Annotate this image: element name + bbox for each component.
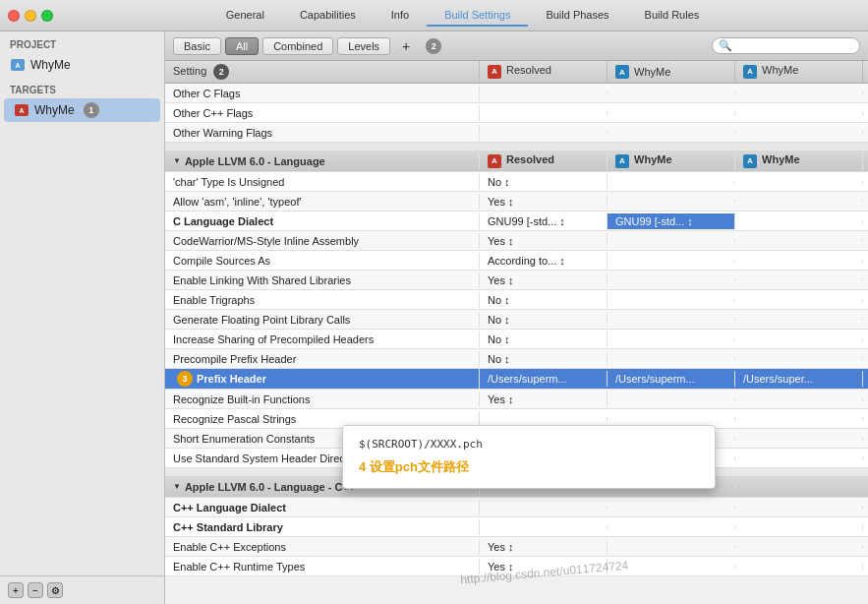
th-ios: iOS [863, 61, 868, 83]
table-container[interactable]: Setting 2 A Resolved A WhyMe A WhyMe iOS [165, 61, 868, 604]
cell-whyme2 [735, 131, 863, 135]
cell-resolved: No ↕ [480, 292, 608, 308]
table-row[interactable]: CodeWarrior/MS-Style Inline Assembly Yes… [165, 231, 868, 251]
cell-resolved: No ↕ [480, 332, 608, 347]
sidebar-item-project[interactable]: A WhyMe [0, 53, 164, 77]
cell-whyme2 [735, 337, 863, 341]
add-target-button[interactable]: + [8, 582, 24, 598]
tab-build-rules[interactable]: Build Rules [627, 5, 718, 27]
cell-whyme2 [735, 417, 863, 421]
levels-button[interactable]: Levels [337, 37, 390, 55]
cell-whyme2 [735, 298, 863, 302]
cell-setting: Enable Trigraphs [165, 292, 480, 308]
cell-setting: Enable C++ Exceptions [165, 539, 480, 555]
search-input[interactable] [735, 40, 853, 52]
cell-ios [863, 91, 868, 95]
table-row[interactable]: Other C Flags [165, 84, 868, 103]
cell-ios: No ↕ [863, 174, 868, 190]
cell-ios: No ↕ [863, 351, 868, 367]
table-row[interactable]: Generate Floating Point Library Calls No… [165, 310, 868, 330]
cell-whyme [608, 131, 735, 135]
cell-whyme [608, 180, 735, 184]
table-row[interactable]: Recognize Built-in Functions Yes ↕ Yes ↕ [165, 390, 868, 409]
table-row[interactable]: 'char' Type Is Unsigned No ↕ No ↕ [165, 172, 868, 192]
cell-resolved: Yes ↕ [480, 539, 608, 555]
prefix-header-row[interactable]: 3 Prefix Header /Users/superm... /Users/… [165, 369, 868, 390]
sidebar: PROJECT A WhyMe TARGETS A WhyMe 1 + − ⚙ [0, 31, 165, 604]
tab-info[interactable]: Info [374, 5, 427, 27]
cell-whyme2 [735, 545, 863, 549]
sub-toolbar: Basic All Combined Levels + 2 🔍 [165, 31, 868, 61]
cell-setting: C++ Standard Library [165, 519, 480, 535]
cell-whyme2 [735, 357, 863, 361]
popup-overlay: $(SRCROOT)/XXXX.pch 4 设置pch文件路径 [342, 425, 716, 489]
cell-whyme [608, 298, 735, 302]
cell-whyme2 [735, 565, 863, 569]
table-row[interactable]: Enable C++ Exceptions Yes ↕ Yes ↕ [165, 537, 868, 557]
cell-setting: C++ Language Dialect [165, 500, 480, 515]
cell-ios: No ↕ [863, 332, 868, 347]
cell-setting: Enable C++ Runtime Types [165, 559, 480, 574]
sh-whyme1: A WhyMe [608, 151, 735, 170]
table-row[interactable]: C++ Language Dialect Compil [165, 498, 868, 517]
popup-annotation: 4 设置pch文件路径 [359, 458, 699, 476]
cell-ios [863, 131, 868, 135]
table-row[interactable]: Other Warning Flags [165, 123, 868, 143]
cell-whyme [608, 111, 735, 115]
cell-resolved: Yes ↕ [480, 272, 608, 288]
config-target-button[interactable]: ⚙ [47, 582, 63, 598]
cell-whyme [608, 200, 735, 204]
cell-setting: Other C++ Flags [165, 105, 480, 121]
section-header-1[interactable]: ▼ Apple LLVM 6.0 - Language A Resolved A… [165, 151, 868, 172]
combined-button[interactable]: Combined [262, 37, 333, 55]
prefix-header-label: Prefix Header [197, 373, 266, 385]
cell-setting: Increase Sharing of Precompiled Headers [165, 332, 480, 347]
table-row[interactable]: C Language Dialect GNU99 [-std... ↕ GNU9… [165, 211, 868, 231]
triangle-icon: ▼ [173, 156, 181, 165]
tab-capabilities[interactable]: Capabilities [282, 5, 374, 27]
window-controls [8, 10, 53, 22]
cell-whyme [608, 337, 735, 341]
cell-ios: Yes ↕ [863, 559, 868, 574]
basic-button[interactable]: Basic [173, 37, 221, 55]
cell-whyme2 [735, 111, 863, 115]
cell-whyme2 [735, 456, 863, 460]
cell-whyme [608, 525, 735, 529]
cell-whyme [608, 318, 735, 322]
table-row[interactable]: Precompile Prefix Header No ↕ No ↕ [165, 349, 868, 369]
cell-resolved: GNU99 [-std... ↕ [480, 213, 608, 229]
cell-whyme [608, 397, 735, 401]
top-tabs: General Capabilities Info Build Settings… [65, 5, 860, 27]
cell-resolved: Yes ↕ [480, 233, 608, 249]
remove-target-button[interactable]: − [28, 582, 43, 598]
project-icon: A [10, 57, 26, 73]
table-row[interactable]: Enable Trigraphs No ↕ No ↕ http://blog.c… [165, 290, 868, 310]
table-row[interactable]: Enable C++ Runtime Types Yes ↕ Yes ↕ [165, 557, 868, 576]
tab-general[interactable]: General [208, 5, 282, 27]
add-setting-button[interactable]: + [394, 36, 418, 56]
table-row[interactable]: Increase Sharing of Precompiled Headers … [165, 330, 868, 349]
table-row[interactable]: Enable Linking With Shared Libraries Yes… [165, 271, 868, 290]
maximize-button[interactable] [41, 10, 53, 22]
table-row[interactable]: Allow 'asm', 'inline', 'typeof' Yes ↕ Ye… [165, 192, 868, 211]
tab-build-phases[interactable]: Build Phases [528, 5, 626, 27]
cell-whyme2 [735, 91, 863, 95]
close-button[interactable] [8, 10, 20, 22]
minimize-button[interactable] [25, 10, 36, 22]
cell-ios: Yes ↕ [863, 233, 868, 249]
cell-setting: Precompile Prefix Header [165, 351, 480, 367]
cell-ios [863, 111, 868, 115]
all-button[interactable]: All [225, 37, 259, 55]
search-icon: 🔍 [719, 39, 732, 52]
cell-resolved: No ↕ [480, 312, 608, 328]
cell-ios: Yes ↕ [863, 194, 868, 210]
table-row[interactable]: Other C++ Flags [165, 103, 868, 123]
cell-whyme2 [735, 200, 863, 204]
table-row[interactable]: Compile Sources As According to... ↕ Acc… [165, 251, 868, 271]
target-icon: A [14, 102, 29, 118]
tab-build-settings[interactable]: Build Settings [427, 5, 528, 27]
sh-icon-whyme2: A [743, 154, 757, 168]
sidebar-item-target[interactable]: A WhyMe 1 [4, 98, 160, 122]
annotation-3: 3 [177, 371, 193, 387]
table-row[interactable]: C++ Standard Library Compil [165, 517, 868, 537]
